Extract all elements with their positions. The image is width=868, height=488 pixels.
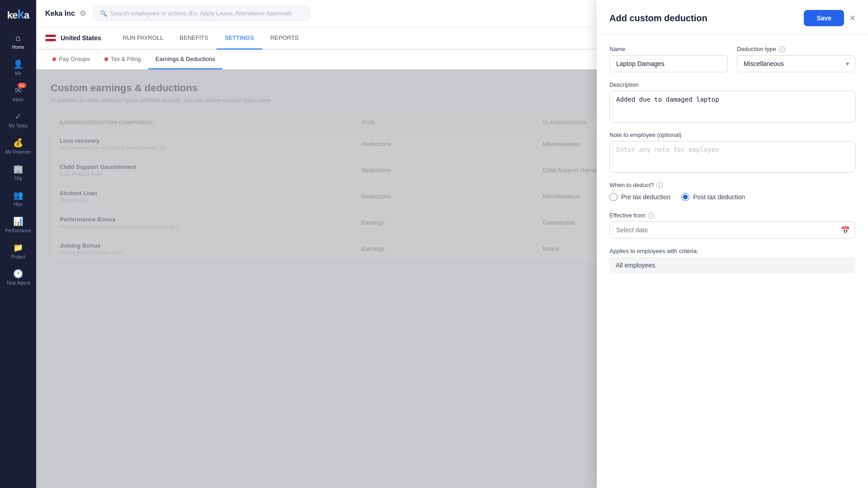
tab-earnings-deductions[interactable]: Earnings & Deductions <box>148 50 222 70</box>
sidebar-logo: keka <box>5 5 31 23</box>
sidebar-item-home[interactable]: ⌂ Home <box>2 30 34 54</box>
subnav-benefits[interactable]: BENEFITS <box>171 27 217 50</box>
logo-text: keka <box>7 7 29 22</box>
radio-option-post-tax[interactable]: Post tax deduction <box>681 193 745 201</box>
form-group-description: Description Added due to damaged laptop <box>609 81 855 122</box>
radio-post-tax[interactable] <box>681 193 689 201</box>
subnav-settings[interactable]: SETTINGS <box>217 27 262 50</box>
time-icon: 🕐 <box>13 269 23 279</box>
row-type-student-loan: Deductions <box>362 193 543 200</box>
form-group-when-deduct: When to deduct? i Pre tax deduction Post… <box>609 182 855 203</box>
name-input[interactable] <box>609 55 728 72</box>
when-deduct-info-icon[interactable]: i <box>656 182 663 188</box>
sidebar-item-inbox[interactable]: ✉51 Inbox <box>2 82 34 106</box>
sidebar-label-me: Me <box>15 71 21 76</box>
sidebar-label-inbox: Inbox <box>13 97 24 103</box>
description-textarea[interactable]: Added due to damaged laptop <box>609 91 855 122</box>
effective-from-label: Effective from i <box>609 212 855 219</box>
topbar-logo-area: Keka Inc ⚙ <box>45 9 86 18</box>
panel-actions: Save × <box>804 10 855 26</box>
finances-icon: 💰 <box>13 138 23 148</box>
sidebar: keka ⌂ Home 👤 Me ✉51 Inbox ✓ My Tasks 💰 … <box>0 0 36 488</box>
row-name-student-loan: Student Loan Student loan <box>60 190 362 203</box>
sidebar-label-project: Project <box>11 254 25 260</box>
col-earning-component: EARNING/DEDUCTION COMPONENT <box>60 120 362 125</box>
row-type-child-support: Deductions <box>362 167 543 174</box>
sidebar-item-org[interactable]: 🏢 Org <box>2 160 34 185</box>
form-group-effective-from: Effective from i 📅 <box>609 212 855 239</box>
deduction-type-select[interactable]: Miscellaneous Bonus Commission Child Sup… <box>737 55 855 72</box>
sidebar-item-hire[interactable]: 👥 Hire <box>2 187 34 211</box>
topbar-settings-icon[interactable]: ⚙ <box>80 9 86 18</box>
save-button[interactable]: Save <box>804 10 844 26</box>
row-type-joining-bonus: Earnings <box>362 245 543 252</box>
calendar-icon[interactable]: 📅 <box>841 226 850 235</box>
radio-pre-tax-label: Pre tax deduction <box>621 193 670 201</box>
inbox-badge: 51 <box>18 83 26 88</box>
sidebar-label-finances: My Finances <box>5 150 31 155</box>
row-name-joining-bonus: Joining Bonus Joining Bonus Product Team <box>60 242 362 255</box>
inbox-icon: ✉51 <box>15 85 22 95</box>
form-row-name-type: Name Deduction type i Miscellaneous Bonu… <box>609 46 855 72</box>
form-group-name: Name <box>609 46 728 72</box>
tab-label-pay-groups: Pay Groups <box>59 56 90 62</box>
tab-label-earnings: Earnings & Deductions <box>156 56 215 62</box>
country-flag <box>45 34 56 42</box>
sidebar-label-hire: Hire <box>14 202 22 207</box>
form-group-note: Note to employee (optional) <box>609 131 855 173</box>
sidebar-label-home: Home <box>12 45 24 50</box>
org-icon: 🏢 <box>13 164 23 174</box>
tab-pay-groups[interactable]: Pay Groups <box>45 50 97 70</box>
topbar-brand: Keka Inc <box>45 9 75 18</box>
panel-body: Name Deduction type i Miscellaneous Bonu… <box>597 35 868 284</box>
description-label: Description <box>609 81 855 88</box>
hire-icon: 👥 <box>13 190 23 200</box>
sidebar-label-performance: Performance <box>5 228 31 234</box>
row-name-loss-recovery: Loss recovery Loss recovered on account … <box>60 137 362 150</box>
sidebar-label-time: Time Attend <box>6 281 30 286</box>
add-custom-deduction-panel: Add custom deduction Save × Name Deducti… <box>597 0 868 488</box>
effective-from-info-icon[interactable]: i <box>648 212 654 219</box>
sidebar-item-my-tasks[interactable]: ✓ My Tasks <box>2 108 34 132</box>
name-label: Name <box>609 46 728 52</box>
panel-header: Add custom deduction Save × <box>597 0 868 35</box>
tab-dot-tax <box>104 57 108 61</box>
tab-label-tax: Tax & Filing <box>111 56 141 62</box>
row-type-loss-recovery: Deductions <box>362 141 543 147</box>
note-textarea[interactable] <box>609 141 855 173</box>
panel-title: Add custom deduction <box>609 13 708 23</box>
deduction-type-info-icon[interactable]: i <box>779 46 785 52</box>
effective-from-date-wrapper: 📅 <box>609 221 855 239</box>
search-icon: 🔍 <box>100 10 107 17</box>
effective-from-input[interactable] <box>609 221 855 239</box>
subnav-reports[interactable]: REPORTS <box>262 27 307 50</box>
topbar-search-bar[interactable]: 🔍 Search employees or actions (Ex: Apply… <box>93 6 310 21</box>
applies-to-label: Applies to employees with criteria: <box>609 248 855 254</box>
form-group-applies-to: Applies to employees with criteria: All … <box>609 248 855 273</box>
tab-dot-pay-groups <box>52 57 56 61</box>
sidebar-item-project[interactable]: 📁 Project <box>2 239 34 263</box>
sidebar-label-org: Org <box>14 176 22 181</box>
sidebar-item-me[interactable]: 👤 Me <box>2 56 34 80</box>
tab-tax-filing[interactable]: Tax & Filing <box>97 50 148 70</box>
home-icon: ⌂ <box>16 33 21 43</box>
subnav-run-payroll[interactable]: RUN PAYROLL <box>114 27 171 50</box>
sidebar-item-time-attend[interactable]: 🕐 Time Attend <box>2 265 34 290</box>
radio-group-deduct-timing: Pre tax deduction Post tax deduction <box>609 191 855 203</box>
radio-pre-tax[interactable] <box>609 193 618 201</box>
radio-option-pre-tax[interactable]: Pre tax deduction <box>609 193 670 201</box>
search-placeholder-text: Search employees or actions (Ex: Apply L… <box>111 10 292 17</box>
deduction-type-select-wrapper: Miscellaneous Bonus Commission Child Sup… <box>737 55 855 72</box>
close-button[interactable]: × <box>849 13 855 23</box>
form-group-deduction-type: Deduction type i Miscellaneous Bonus Com… <box>737 46 855 72</box>
note-label: Note to employee (optional) <box>609 131 855 138</box>
applies-to-value: All employees <box>609 257 855 273</box>
sidebar-item-performance[interactable]: 📊 Performance <box>2 213 34 237</box>
performance-icon: 📊 <box>13 216 23 226</box>
sidebar-label-tasks: My Tasks <box>9 123 28 129</box>
country-name: United States <box>61 34 101 42</box>
sidebar-item-my-finances[interactable]: 💰 My Finances <box>2 134 34 159</box>
row-name-child-support: Child Support Garnishment CSG Product Te… <box>60 164 362 177</box>
radio-post-tax-label: Post tax deduction <box>693 193 745 201</box>
row-type-performance-bonus: Earnings <box>362 219 543 226</box>
